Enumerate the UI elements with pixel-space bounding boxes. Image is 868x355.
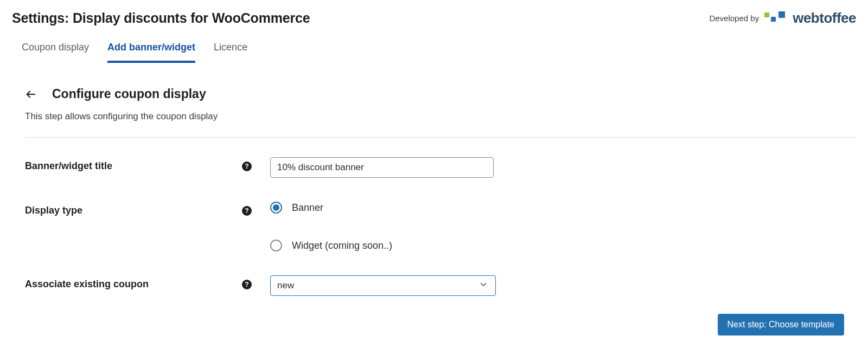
tab-coupon-display[interactable]: Coupon display — [22, 42, 89, 63]
next-step-button[interactable]: Next step: Choose template — [718, 314, 844, 335]
section-description: This step allows configuring the coupon … — [25, 111, 856, 122]
associate-coupon-value: new — [277, 280, 294, 291]
label-associate-coupon: Associate existing coupon — [25, 275, 242, 290]
help-icon[interactable]: ? — [242, 280, 252, 289]
webtoffee-mark-icon — [764, 11, 788, 25]
tab-add-banner-widget[interactable]: Add banner/widget — [107, 42, 195, 63]
radio-banner[interactable] — [270, 202, 282, 214]
label-display-type: Display type — [25, 202, 242, 216]
radio-banner-label: Banner — [292, 202, 323, 214]
developed-by-block: Developed by webtoffee — [709, 10, 856, 27]
label-banner-title: Banner/widget title — [25, 157, 242, 172]
help-icon[interactable]: ? — [242, 162, 252, 171]
banner-title-input[interactable] — [270, 157, 494, 178]
webtoffee-logo: webtoffee — [764, 10, 856, 27]
tabs-bar: Coupon display Add banner/widget Licence — [12, 42, 856, 63]
help-icon[interactable]: ? — [242, 206, 252, 216]
divider — [25, 137, 856, 138]
webtoffee-wordmark: webtoffee — [793, 10, 856, 27]
associate-coupon-select[interactable]: new — [270, 275, 496, 296]
tab-licence[interactable]: Licence — [214, 42, 247, 63]
developed-by-label: Developed by — [709, 14, 759, 23]
section-title: Configure coupon display — [52, 87, 206, 101]
page-title: Settings: Display discounts for WooComme… — [12, 10, 310, 26]
radio-widget[interactable] — [270, 240, 282, 251]
back-arrow-icon[interactable] — [25, 88, 37, 100]
radio-widget-label: Widget (coming soon..) — [292, 240, 392, 251]
